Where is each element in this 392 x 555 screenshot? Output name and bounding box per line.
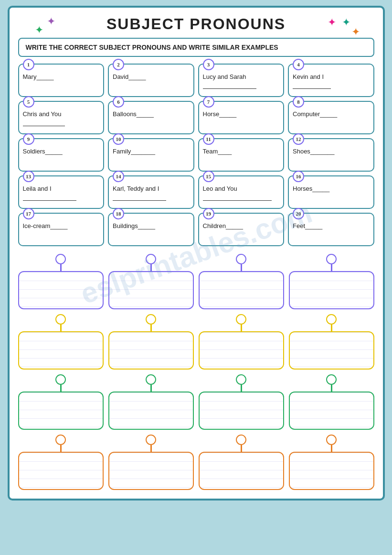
word-16: Horses_____: [293, 185, 370, 192]
exercise-8: 8 Computer_____: [288, 101, 374, 134]
num-5: 5: [23, 96, 34, 108]
exercise-19: 19 Children_____: [198, 213, 285, 246]
writing-area-9[interactable]: [18, 392, 104, 430]
word-8: Computer_____: [293, 110, 370, 118]
writing-area-13[interactable]: [18, 452, 104, 490]
writing-row-3: [18, 374, 374, 430]
writing-box-7[interactable]: [199, 314, 284, 370]
writing-box-10[interactable]: [108, 374, 194, 430]
writing-circle-8: [326, 314, 337, 325]
writing-box-1[interactable]: [18, 254, 104, 309]
exercise-13: 13 Leila and I: [18, 175, 105, 209]
star-purple: ✦: [47, 15, 55, 28]
writing-circle-10: [146, 374, 156, 385]
num-1: 1: [23, 59, 34, 70]
num-20: 20: [293, 208, 304, 219]
word-19: Children_____: [203, 222, 280, 229]
writing-area-2[interactable]: [108, 271, 194, 309]
exercise-2: 2 David_____: [108, 64, 194, 97]
writing-stem-16: [331, 445, 332, 452]
blank-13: [23, 194, 76, 201]
writing-box-8[interactable]: [289, 314, 374, 370]
writing-area-8[interactable]: [289, 331, 374, 370]
num-16: 16: [293, 171, 304, 182]
writing-box-2[interactable]: [108, 254, 194, 309]
writing-circle-16: [326, 435, 337, 445]
writing-circle-7: [236, 314, 246, 325]
writing-area-16[interactable]: [289, 452, 374, 490]
writing-area-6[interactable]: [108, 331, 194, 370]
writing-box-11[interactable]: [199, 374, 284, 430]
writing-stem-4: [331, 264, 332, 271]
star-pink: ✦: [328, 16, 336, 29]
num-11: 11: [203, 133, 214, 145]
writing-stem-13: [60, 445, 62, 452]
writing-area-1[interactable]: [18, 271, 104, 309]
blank-3: [203, 82, 256, 89]
writing-row-4: [18, 435, 374, 490]
writing-area-11[interactable]: [199, 392, 284, 430]
blank-4: [293, 82, 331, 89]
writing-circle-9: [55, 374, 66, 385]
writing-area-7[interactable]: [199, 331, 284, 370]
num-4: 4: [293, 59, 304, 70]
word-6: Balloons_____: [113, 110, 190, 118]
exercise-10: 10 Family_______: [108, 138, 194, 172]
writing-area-3[interactable]: [199, 271, 284, 309]
exercise-12: 12 Shoes_______: [288, 138, 374, 172]
writing-row-1: [18, 254, 374, 309]
num-2: 2: [113, 59, 124, 70]
exercise-1: 1 Mary_____: [18, 64, 105, 97]
writing-box-13[interactable]: [18, 435, 104, 490]
writing-stem-10: [150, 385, 152, 392]
writing-circle-12: [326, 374, 337, 385]
writing-box-6[interactable]: [108, 314, 194, 370]
num-18: 18: [113, 208, 124, 219]
writing-stem-9: [60, 385, 62, 392]
exercise-20: 20 Feet_____: [288, 213, 374, 246]
word-3: Lucy and Sarah: [203, 73, 280, 80]
writing-box-14[interactable]: [108, 435, 194, 490]
word-2: David_____: [113, 73, 190, 80]
writing-box-15[interactable]: [199, 435, 284, 490]
writing-area-14[interactable]: [108, 452, 194, 490]
writing-stem-3: [241, 264, 242, 271]
blank-14: [113, 194, 166, 201]
writing-circle-2: [146, 254, 156, 264]
writing-area-15[interactable]: [199, 452, 284, 490]
exercise-17: 17 Ice-cream_____: [18, 213, 105, 246]
exercise-5: 5 Chris and You: [18, 101, 105, 134]
word-15: Leo and You: [203, 185, 280, 192]
writing-circle-6: [146, 314, 156, 325]
writing-box-4[interactable]: [289, 254, 374, 309]
num-12: 12: [293, 133, 304, 145]
exercise-14: 14 Karl, Teddy and I: [108, 175, 194, 209]
writing-area-5[interactable]: [18, 331, 104, 370]
writing-stem-5: [60, 325, 62, 331]
writing-stem-2: [150, 264, 152, 271]
writing-circle-3: [236, 254, 246, 264]
writing-circle-1: [55, 254, 66, 264]
word-5: Chris and You: [23, 110, 100, 118]
writing-stem-7: [241, 325, 242, 331]
star-green: ✦: [35, 24, 43, 36]
writing-area-10[interactable]: [108, 392, 194, 430]
word-20: Feet_____: [293, 222, 370, 229]
writing-circle-5: [55, 314, 66, 325]
writing-box-12[interactable]: [289, 374, 374, 430]
num-6: 6: [113, 96, 124, 108]
writing-box-9[interactable]: [18, 374, 104, 430]
writing-box-3[interactable]: [199, 254, 284, 309]
writing-circle-14: [146, 435, 156, 445]
exercise-3: 3 Lucy and Sarah: [198, 64, 285, 97]
writing-stem-1: [60, 264, 62, 271]
writing-box-5[interactable]: [18, 314, 104, 370]
blank-5: [23, 120, 65, 126]
word-9: Soldiers_____: [23, 148, 100, 155]
word-14: Karl, Teddy and I: [113, 185, 190, 192]
writing-box-16[interactable]: [289, 435, 374, 490]
exercise-11: 11 Team____: [198, 138, 285, 172]
writing-area-12[interactable]: [289, 392, 374, 430]
writing-area-4[interactable]: [289, 271, 374, 309]
writing-stem-12: [331, 385, 332, 392]
